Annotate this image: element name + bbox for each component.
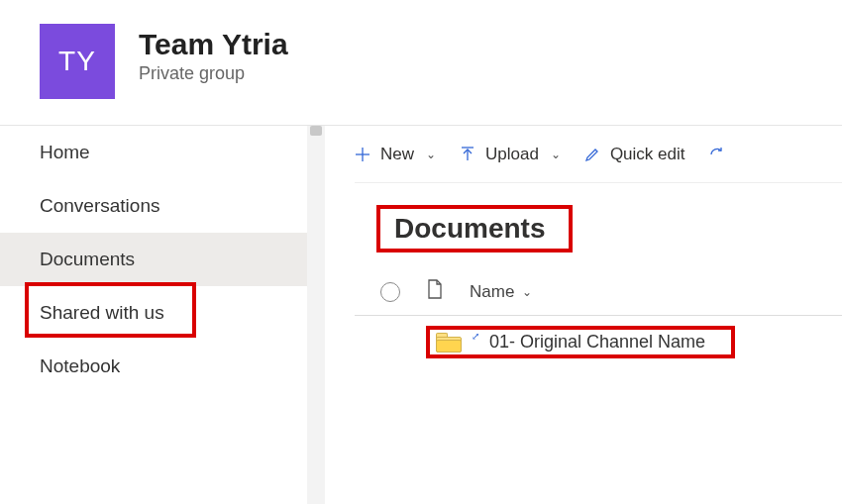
type-column-icon[interactable] (426, 278, 444, 305)
pencil-icon (584, 147, 600, 162)
link-indicator-icon: ⤢ (472, 331, 479, 342)
nav-notebook[interactable]: Notebook (0, 340, 307, 393)
chevron-down-icon: ⌄ (551, 148, 561, 161)
nav-home-label: Home (40, 142, 90, 163)
upload-button[interactable]: Upload ⌄ (460, 145, 561, 164)
page-title: Documents (376, 205, 573, 252)
chevron-down-icon: ⌄ (426, 148, 436, 161)
folder-icon (436, 333, 462, 353)
sidebar-scrollbar[interactable]: ▴ (307, 126, 325, 504)
name-column-label: Name (470, 282, 514, 302)
quickedit-label: Quick edit (610, 145, 685, 164)
nav-documents-label: Documents (40, 249, 135, 270)
team-header: TY Team Ytria Private group (0, 0, 842, 125)
nav-documents[interactable]: Documents (0, 233, 307, 286)
nav-conversations-label: Conversations (40, 195, 159, 217)
sync-button[interactable] (708, 146, 728, 163)
nav-conversations[interactable]: Conversations (0, 179, 307, 233)
team-avatar: TY (40, 24, 115, 99)
new-label: New (380, 145, 414, 164)
folder-name[interactable]: 01- Original Channel Name (489, 332, 705, 353)
scroll-thumb[interactable] (310, 126, 322, 136)
select-all-toggle[interactable] (380, 282, 400, 302)
column-header-row: Name ⌄ (355, 270, 842, 316)
list-row[interactable]: ⤢ 01- Original Channel Name (355, 316, 842, 368)
chevron-down-icon: ⌄ (522, 285, 532, 299)
quickedit-button[interactable]: Quick edit (584, 145, 685, 164)
upload-icon (460, 147, 475, 162)
nav-home[interactable]: Home (0, 126, 307, 179)
name-column-header[interactable]: Name ⌄ (470, 282, 532, 302)
team-title: Team Ytria (139, 28, 288, 61)
annotation-highlight (25, 282, 196, 338)
nav-notebook-label: Notebook (40, 355, 120, 377)
sync-icon (708, 146, 726, 163)
upload-label: Upload (485, 145, 539, 164)
team-visibility: Private group (139, 63, 288, 84)
command-bar: New ⌄ Upload ⌄ Quick edit (355, 126, 842, 183)
new-button[interactable]: New ⌄ (355, 145, 436, 164)
plus-icon (355, 147, 370, 162)
